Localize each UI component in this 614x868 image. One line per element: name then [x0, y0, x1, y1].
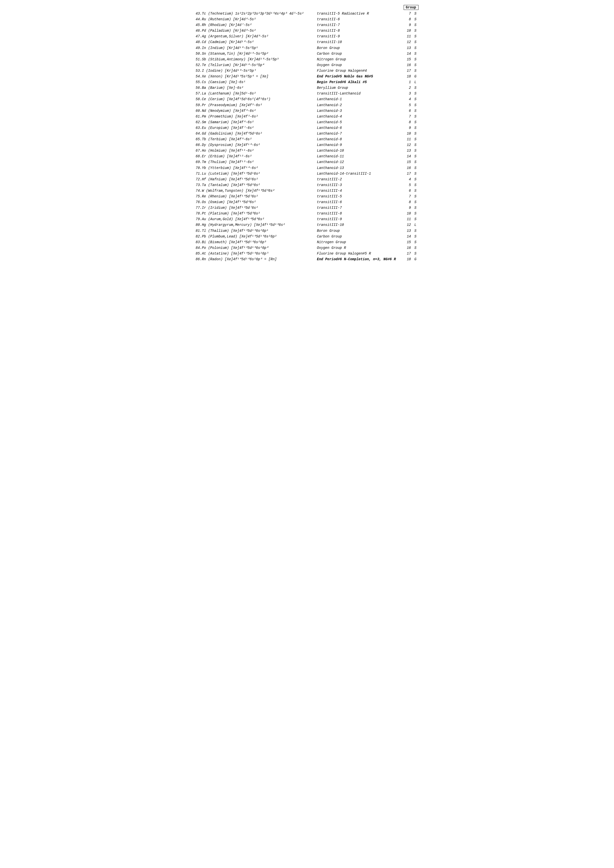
element-cell: 83.Bi (Bismuth) [Xe]4f¹⁴5d¹⁰6s²6p³: [196, 239, 314, 245]
group-cell: Lanthanoid-12: [314, 159, 403, 165]
period-letter-cell: S: [413, 217, 418, 222]
group-cell: Lanthanoid-10: [314, 148, 403, 153]
group-number-cell: 6: [403, 188, 413, 194]
table-row: 56.Ba (Barium) [Xe]-6s²Beryllium Group2S: [196, 85, 418, 91]
group-number-cell: 13: [403, 45, 413, 51]
period-letter-cell: S: [413, 91, 418, 96]
table-row: 75.Re (Rhenium) [Xe]4f¹⁴5d⁵6s²transitIII…: [196, 194, 418, 199]
period-letter-cell: S: [413, 17, 418, 22]
element-cell: 71.Lu (Lutetium) [Xe]4f¹⁴5d¹6s²: [196, 171, 314, 177]
group-cell: Boron Group: [314, 45, 403, 51]
table-row: 54.Xe (Xenon) [Kr]4d¹⁰5s²5p⁶ = [Xe]End P…: [196, 74, 418, 79]
element-cell: 84.Po (Polonium) [Xe]4f¹⁴5d¹⁰6s²6p⁴: [196, 245, 314, 251]
period-letter-cell: L: [413, 222, 418, 228]
period-letter-cell: S: [413, 153, 418, 159]
table-row: 84.Po (Polonium) [Xe]4f¹⁴5d¹⁰6s²6p⁴Oxyge…: [196, 245, 418, 251]
group-number-cell: 16: [403, 62, 413, 68]
element-cell: 72.Hf (Hafnium) [Xe]4f¹⁴5d²6s²: [196, 177, 314, 182]
group-cell: End Period#6 N-Completion, n=3, NG#6 R: [314, 257, 403, 262]
group-cell: Lanthanoid-6: [314, 125, 403, 131]
table-row: 55.Cs (Caesium) [Xe]-6s¹Begin Period#6 A…: [196, 79, 418, 85]
period-letter-cell: S: [413, 159, 418, 165]
period-letter-cell: G: [413, 257, 418, 262]
period-letter-cell: S: [413, 182, 418, 188]
group-number-cell: 15: [403, 239, 413, 245]
table-row: 60.Nd (Neodymium) [Xe]4f⁴-6s²Lanthanoid-…: [196, 108, 418, 114]
table-row: 85.At (Astatine) [Xe]4f¹⁴5d¹⁰6s²6p⁵Fluor…: [196, 251, 418, 257]
element-cell: 68.Er (Erbium) [Xe]4f¹²-6s²: [196, 153, 314, 159]
group-cell: transitII-8: [314, 28, 403, 34]
table-row: 44.Ru (Ruthenium) [Kr]4d⁶-5s²transitII-6…: [196, 17, 418, 22]
group-cell: Lanthanoid-2: [314, 102, 403, 108]
element-cell: 73.Ta (Tantalum) [Xe]4f¹⁴5d³6s²: [196, 182, 314, 188]
element-cell: 82.Pb (Plumbum,Lead) [Xe]4f¹⁴5d¹⁰6s²6p²: [196, 234, 314, 239]
element-cell: 46.Pd (Palladium) [Kr]4d⁸-5s²: [196, 28, 314, 34]
table-row: 80.Hg (Hydrargyrum,Mercury) [Xe]4f¹⁴5d¹⁰…: [196, 222, 418, 228]
element-cell: 75.Re (Rhenium) [Xe]4f¹⁴5d⁵6s²: [196, 194, 314, 199]
group-cell: transitII-10: [314, 39, 403, 45]
group-number-cell: 5: [403, 102, 413, 108]
group-cell: Nitrogen Group: [314, 239, 403, 245]
element-cell: 67.Ho (Holmium) [Xe]4f¹¹-6s²: [196, 148, 314, 153]
group-number-cell: 4: [403, 96, 413, 102]
period-letter-cell: S: [413, 136, 418, 142]
group-cell: transitII-9: [314, 34, 403, 39]
group-number-cell: 9: [403, 22, 413, 28]
period-letter-cell: S: [413, 108, 418, 114]
table-row: 46.Pd (Palladium) [Kr]4d⁸-5s²transitII-8…: [196, 28, 418, 34]
table-row: 81.Tl (Thallium) [Xe]4f¹⁴5d¹⁰6s²6p¹Boron…: [196, 228, 418, 234]
group-number-cell: 11: [403, 217, 413, 222]
element-cell: 65.Tb (Terbium) [Xe]4f⁹-6s²: [196, 136, 314, 142]
group-number-cell: 13: [403, 148, 413, 153]
period-letter-cell: S: [413, 177, 418, 182]
table-row: 79.Au (Aurum,Gold) [Xe]4f¹⁴5d⁹6s²transit…: [196, 217, 418, 222]
group-cell: transitIII-9: [314, 217, 403, 222]
group-cell: transitIII-2: [314, 177, 403, 182]
table-row: 45.Rh (Rhodium) [Kr]4d⁷-5s²transitII-79S: [196, 22, 418, 28]
table-row: 72.Hf (Hafnium) [Xe]4f¹⁴5d²6s²transitIII…: [196, 177, 418, 182]
element-cell: 79.Au (Aurum,Gold) [Xe]4f¹⁴5d⁹6s²: [196, 217, 314, 222]
group-number-cell: 12: [403, 142, 413, 148]
table-row: 48.Cd (Cadmium) [Kr]4d¹⁰-5s²transitII-10…: [196, 39, 418, 45]
group-cell: transitIII-5: [314, 194, 403, 199]
table-row: 47.Ag (Argentum,Silver) [Kr]4d⁹-5s²trans…: [196, 34, 418, 39]
table-row: 86.Rn (Radon) [Xe]4f¹⁴5d¹⁰6s²6p⁶ = [Rn]E…: [196, 257, 418, 262]
period-letter-cell: S: [413, 131, 418, 136]
element-cell: 62.Sm (Samarium) [Xe]4f⁶-6s²: [196, 119, 314, 125]
period-letter-cell: S: [413, 68, 418, 74]
group-number-cell: 5: [403, 182, 413, 188]
group-number-cell: 8: [403, 119, 413, 125]
group-number-cell: 2: [403, 85, 413, 91]
element-cell: 80.Hg (Hydrargyrum,Mercury) [Xe]4f¹⁴5d¹⁰…: [196, 222, 314, 228]
element-cell: 45.Rh (Rhodium) [Kr]4d⁷-5s²: [196, 22, 314, 28]
group-cell: Lanthanoid-8: [314, 136, 403, 142]
table-row: 66.Dy (Dysprosium) [Xe]4f¹⁰-6s²Lanthanoi…: [196, 142, 418, 148]
element-cell: 77.Ir (Iridium) [Xe]4f¹⁴5d⁷6s²: [196, 205, 314, 211]
group-number-cell: 16: [403, 165, 413, 171]
group-number-cell: 11: [403, 34, 413, 39]
element-cell: 64.Gd (Gadolinium) [Xe]4f⁸5d¹6s²: [196, 131, 314, 136]
element-cell: 51.Sb (Stibium,Antimony) [Kr]4d¹⁰-5s²5p³: [196, 57, 314, 62]
period-letter-cell: S: [413, 171, 418, 177]
group-number-cell: 1: [403, 79, 413, 85]
group-cell: Lanthanoid-1: [314, 96, 403, 102]
group-number-cell: 7: [403, 114, 413, 119]
group-number-cell: 8: [403, 199, 413, 205]
table-row: 78.Pt (Platinum) [Xe]4f¹⁴5d⁸6s²transitII…: [196, 211, 418, 217]
period-letter-cell: G: [413, 74, 418, 79]
element-cell: 57.La (Lanthanum) [Xe]5d¹-6s²: [196, 91, 314, 96]
group-number-cell: 15: [403, 57, 413, 62]
element-cell: 81.Tl (Thallium) [Xe]4f¹⁴5d¹⁰6s²6p¹: [196, 228, 314, 234]
table-row: 65.Tb (Terbium) [Xe]4f⁹-6s²Lanthanoid-81…: [196, 136, 418, 142]
header-row: Group: [196, 5, 418, 10]
group-number-cell: 9: [403, 205, 413, 211]
element-cell: 50.Sn (Stannum,Tin) [Kr]4d¹⁰-5s²5p²: [196, 51, 314, 57]
period-letter-cell: S: [413, 51, 418, 57]
table-row: 57.La (Lanthanum) [Xe]5d¹-6s²transitIII-…: [196, 91, 418, 96]
period-letter-cell: S: [413, 96, 418, 102]
period-letter-cell: S: [413, 22, 418, 28]
rows-container: 43.Tc (Technetium) 1s²2s²2p⁶3s²3p⁶3d¹⁰4s…: [196, 11, 418, 262]
table-row: 49.In (Indium) [Kr]4d¹⁰-5s²5p¹Boron Grou…: [196, 45, 418, 51]
period-letter-cell: S: [413, 205, 418, 211]
group-cell: Carbon Group: [314, 51, 403, 57]
